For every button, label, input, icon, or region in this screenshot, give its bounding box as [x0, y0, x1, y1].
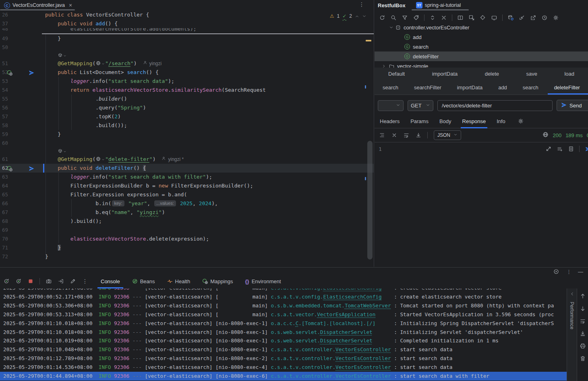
log-line[interactable]: 2025-05-29T00:01:44.894+08:00 INFO 92306…	[0, 372, 567, 381]
globe-icon[interactable]	[96, 61, 101, 66]
scrollend-icon[interactable]	[579, 330, 586, 337]
code-line[interactable]	[0, 148, 374, 155]
locate-icon[interactable]	[479, 14, 487, 21]
pencil-icon[interactable]	[69, 278, 77, 285]
code-line[interactable]: 50	[0, 43, 374, 52]
tree-item-controller[interactable]: controller.vectorEsController	[375, 23, 588, 32]
db-sync-icon[interactable]	[507, 14, 514, 21]
tab-health[interactable]: Health	[167, 274, 190, 288]
compare-icon[interactable]	[556, 145, 563, 152]
prev-problem-icon[interactable]	[355, 14, 359, 19]
sticky-code-line[interactable]: 26public class VectorEsController {	[0, 10, 374, 19]
rerun2-icon[interactable]	[15, 278, 22, 285]
author-inlay-hint[interactable]: yingzi *	[162, 155, 184, 164]
filter-icon[interactable]	[401, 14, 408, 21]
code-line[interactable]: 60	[0, 139, 374, 148]
collapse-all-icon[interactable]	[440, 14, 447, 21]
code-line[interactable]: 69	[0, 226, 374, 235]
tab-info[interactable]: Info	[497, 114, 505, 128]
log-line[interactable]: 2025-05-29T00:01:10.019+08:00 INFO 92306…	[0, 336, 567, 345]
split-icon[interactable]	[457, 14, 464, 21]
code-line[interactable]: 61 @GetMapping("delete-filter")yingzi *	[0, 155, 374, 164]
expand-icon[interactable]	[545, 145, 552, 152]
close-tab-icon[interactable]: ×	[69, 2, 72, 8]
code-line[interactable]: 49 }	[0, 34, 374, 43]
import-icon[interactable]	[518, 14, 526, 21]
logger-link[interactable]: VectorEsController	[335, 364, 391, 370]
environment-select[interactable]	[378, 100, 404, 111]
inspections-widget[interactable]: ⚠ 1 ✓ 2	[328, 12, 368, 20]
log-line[interactable]: 2025-05-29T00:01:14.536+08:00 INFO 92306…	[0, 363, 567, 372]
code-line[interactable]: 72}	[0, 252, 374, 261]
tab-delete[interactable]: delete	[483, 68, 501, 80]
code-line[interactable]: 53 logger.info("start search data");	[0, 77, 374, 86]
tab-default[interactable]: Default	[387, 68, 406, 80]
log-line[interactable]: 2025-05-29T00:00:53.313+08:00 INFO 92306…	[0, 310, 567, 319]
sticky-code-line[interactable]: 37 public void add() {	[0, 19, 374, 28]
scrollbar-info-mark[interactable]	[365, 177, 366, 180]
code-line[interactable]: 71 }	[0, 243, 374, 252]
tag-icon[interactable]	[412, 14, 420, 21]
code-editor[interactable]: 26public class VectorEsController {37 pu…	[0, 10, 374, 267]
code-line[interactable]	[0, 52, 374, 59]
code-line[interactable]: 58 .build());	[0, 121, 374, 130]
stop-icon[interactable]	[27, 278, 34, 285]
tab-params[interactable]: Params	[410, 114, 429, 128]
tab-search[interactable]: search	[521, 80, 540, 95]
tab-beans[interactable]: Beans	[132, 274, 155, 288]
code-line[interactable]: 56 .query("Spring")	[0, 103, 374, 112]
tab-add[interactable]: add	[497, 80, 509, 95]
tree-item-deletefilter[interactable]: GdeleteFilter	[375, 51, 588, 61]
tab-headers[interactable]: Headers	[380, 114, 400, 128]
code-line[interactable]: 48 elasticsearchVectorStore.add(document…	[0, 28, 374, 33]
expand-all-icon[interactable]	[429, 14, 436, 21]
send-plane-icon[interactable]	[584, 145, 588, 152]
editor-tabbar-more-icon[interactable]: ⋮	[359, 1, 365, 8]
globe-icon[interactable]	[96, 157, 101, 161]
code-line[interactable]: 55 .builder()	[0, 95, 374, 103]
collapse-icon[interactable]	[391, 132, 398, 139]
tab-searchfilter[interactable]: searchFilter	[412, 80, 443, 95]
console-log[interactable]: 2025-05-29T00:00:52.171+08:00 INFO 92306…	[0, 288, 567, 381]
chevron-down-icon[interactable]	[389, 25, 393, 30]
export-icon[interactable]	[530, 14, 537, 21]
chevron-right-icon[interactable]	[382, 64, 386, 68]
settings-icon[interactable]	[552, 14, 559, 21]
code-line[interactable]: 64 FilterExpressionBuilder b = new Filte…	[0, 181, 374, 190]
logger-link[interactable]: TomcatWebServer	[345, 303, 391, 309]
log-line[interactable]: 2025-05-29T00:00:52.171+08:00 INFO 92306…	[0, 288, 567, 292]
logger-link[interactable]: DispatcherServlet	[320, 338, 373, 344]
code-line[interactable]: 59 }	[0, 130, 374, 139]
code-line[interactable]: 65 Filter.Expression expression = b.and(	[0, 190, 374, 199]
send-button[interactable]: Send	[557, 100, 588, 111]
logger-link[interactable]: DispatcherServlet	[320, 329, 373, 335]
author-inlay-hint[interactable]: yingzi	[143, 59, 162, 68]
tab-mappings[interactable]: Mappings	[202, 274, 233, 288]
format-select[interactable]: JSON	[434, 130, 461, 140]
scrollbar-warning-mark[interactable]	[366, 40, 371, 41]
preview-icon[interactable]	[491, 14, 498, 21]
up-icon[interactable]	[579, 292, 586, 300]
chevron-left-icon[interactable]	[567, 292, 577, 296]
logger-link[interactable]: ElasticsearchConfig	[323, 294, 381, 300]
code-line[interactable]: 63 logger.info("start search data with f…	[0, 173, 374, 181]
url-input[interactable]: /vector/es/delete-filter	[437, 100, 553, 111]
logger-link[interactable]: VectorEsController	[335, 373, 391, 379]
log-line[interactable]: 2025-05-29T00:01:10.018+08:00 INFO 92306…	[0, 328, 567, 337]
code-line[interactable]: 54 return elasticsearchVectorStore.simil…	[0, 86, 374, 95]
softwrap-icon[interactable]	[579, 317, 586, 325]
performance-stripe[interactable]: Performance	[567, 288, 577, 381]
refresh-icon[interactable]	[379, 14, 386, 21]
tab-console[interactable]: Console	[101, 274, 120, 288]
search-icon[interactable]	[390, 14, 397, 21]
format-icon[interactable]	[379, 132, 386, 139]
tab-load[interactable]: load	[563, 68, 576, 80]
more-icon[interactable]: ⋮	[81, 278, 89, 284]
log-line[interactable]: 2025-05-29T00:00:53.306+08:00 INFO 92306…	[0, 301, 567, 310]
project-tab[interactable]: ST spring-ai-tutorial	[416, 2, 461, 8]
log-line[interactable]: 2025-05-29T00:01:12.789+08:00 INFO 92306…	[0, 354, 567, 363]
select-opened-icon[interactable]	[468, 14, 475, 21]
response-body[interactable]: 1	[375, 142, 588, 267]
log-line[interactable]: 2025-05-29T00:01:10.048+08:00 INFO 92306…	[0, 345, 567, 354]
log-line[interactable]: 2025-05-29T00:01:10.018+08:00 INFO 92306…	[0, 319, 567, 328]
